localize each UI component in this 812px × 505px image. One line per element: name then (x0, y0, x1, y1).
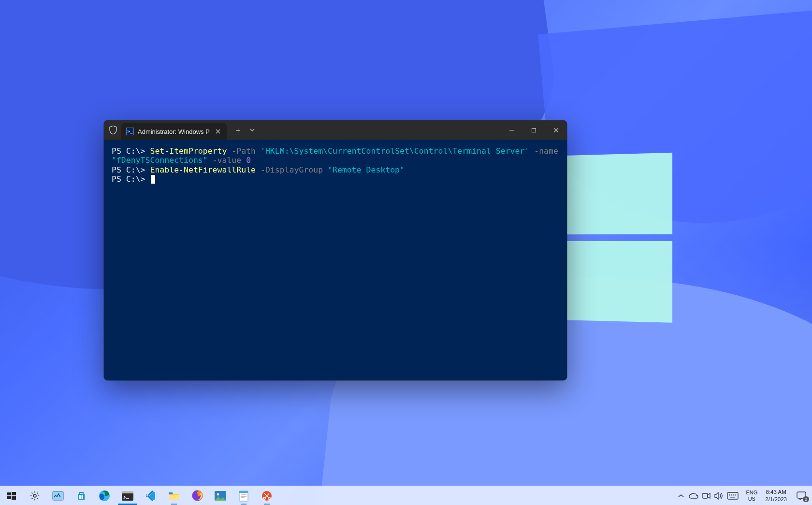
svg-rect-20 (239, 491, 248, 493)
tray-volume-icon[interactable] (713, 486, 725, 505)
taskbar-vscode[interactable] (139, 486, 162, 505)
store-icon (75, 490, 87, 502)
language-indicator[interactable]: ENG US (742, 486, 761, 505)
system-tray[interactable] (673, 486, 742, 505)
terminal-icon (121, 490, 134, 502)
taskbar-settings[interactable] (23, 486, 46, 505)
admin-shield-icon (109, 126, 117, 134)
taskbar-notepad[interactable] (232, 486, 255, 505)
close-tab-button[interactable] (213, 127, 223, 136)
maximize-button[interactable] (522, 120, 545, 140)
close-window-button[interactable] (545, 120, 567, 140)
titlebar[interactable]: >_ Administrator: Windows Powe ＋ (104, 120, 567, 140)
svg-rect-24 (702, 493, 708, 498)
taskbar-firefox[interactable] (186, 486, 209, 505)
notification-badge: 2 (803, 496, 809, 502)
taskbar-terminal[interactable] (116, 486, 139, 505)
svg-rect-6 (53, 491, 63, 500)
notepad-icon (237, 490, 250, 502)
svg-rect-4 (12, 496, 16, 500)
tray-onedrive-icon[interactable] (688, 486, 699, 505)
taskbar-edge[interactable] (93, 486, 116, 505)
tab-dropdown-button[interactable] (246, 123, 259, 137)
taskbar-snip[interactable] (255, 486, 278, 505)
svg-rect-13 (122, 491, 133, 493)
new-tab-button[interactable]: ＋ (230, 123, 246, 137)
tab-powershell-admin[interactable]: >_ Administrator: Windows Powe (121, 123, 227, 140)
clock-date: 2/1/2023 (765, 496, 787, 503)
svg-rect-3 (7, 496, 11, 499)
windows-terminal-window[interactable]: >_ Administrator: Windows Powe ＋ PS C:\>… (104, 120, 567, 380)
taskbar-file-explorer[interactable] (162, 486, 186, 505)
svg-rect-10 (82, 497, 84, 499)
svg-point-18 (217, 493, 219, 495)
clock-time: 8:43 AM (766, 489, 786, 495)
taskbar[interactable]: ENG US 8:43 AM 2/1/2023 2 (0, 486, 812, 505)
action-center-button[interactable]: 2 (791, 486, 812, 505)
tab-title: Administrator: Windows Powe (138, 128, 210, 135)
svg-rect-15 (169, 492, 173, 494)
windows-start-icon (5, 490, 18, 502)
svg-rect-2 (12, 492, 16, 495)
start-button[interactable] (0, 486, 23, 505)
snipping-icon (261, 490, 273, 502)
taskbar-photos[interactable] (209, 486, 232, 505)
svg-rect-0 (532, 128, 536, 132)
powershell-icon: >_ (126, 128, 134, 135)
minimize-button[interactable] (500, 120, 522, 140)
svg-point-5 (33, 494, 36, 497)
gear-icon (29, 490, 41, 502)
tray-keyboard-icon[interactable] (725, 486, 740, 505)
clock[interactable]: 8:43 AM 2/1/2023 (761, 486, 791, 505)
svg-rect-14 (169, 495, 179, 500)
task-manager-icon (52, 490, 64, 502)
lang-top: ENG (746, 490, 757, 495)
svg-rect-8 (82, 495, 84, 497)
taskbar-microsoft-store[interactable] (70, 486, 93, 505)
photos-icon (214, 490, 227, 502)
edge-icon (98, 490, 111, 502)
file-explorer-icon (168, 490, 180, 502)
lang-bottom: US (748, 496, 755, 502)
terminal-content[interactable]: PS C:\> Set-ItemProperty -Path 'HKLM:\Sy… (104, 140, 567, 380)
firefox-icon (191, 490, 203, 502)
taskbar-task-manager[interactable] (46, 486, 70, 505)
tray-meetnow-icon[interactable] (700, 486, 712, 505)
svg-rect-1 (7, 492, 11, 495)
svg-rect-9 (79, 497, 81, 499)
tray-chevron-icon[interactable] (675, 486, 687, 505)
svg-rect-7 (79, 495, 81, 497)
vscode-icon (145, 490, 157, 502)
